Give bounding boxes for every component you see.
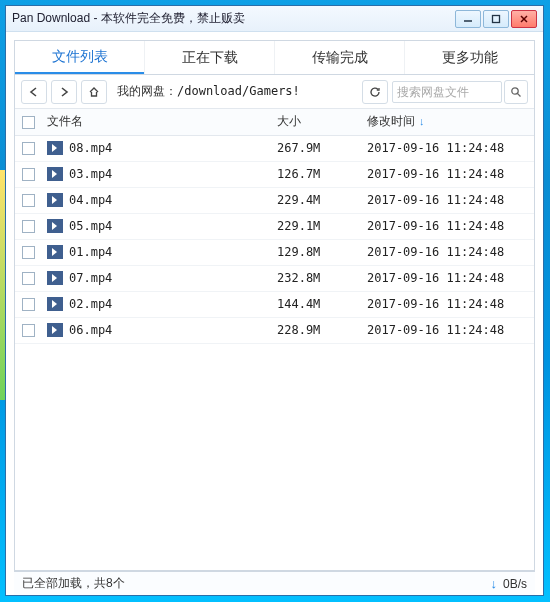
refresh-button[interactable] bbox=[362, 80, 388, 104]
row-checkbox[interactable] bbox=[22, 168, 35, 181]
file-name-cell[interactable]: 08.mp4 bbox=[41, 135, 271, 161]
header-name[interactable]: 文件名 bbox=[41, 109, 271, 135]
search-input[interactable] bbox=[392, 81, 502, 103]
row-checkbox[interactable] bbox=[22, 142, 35, 155]
tab-0[interactable]: 文件列表 bbox=[15, 41, 144, 74]
table-row[interactable]: 05.mp4229.1M2017-09-16 11:24:48 bbox=[15, 213, 534, 239]
arrow-right-icon bbox=[58, 86, 70, 98]
file-name-cell[interactable]: 04.mp4 bbox=[41, 187, 271, 213]
path-value: /download/Gamers! bbox=[177, 84, 300, 98]
file-size-cell: 129.8M bbox=[271, 239, 361, 265]
close-icon bbox=[519, 14, 529, 24]
app-window: Pan Download - 本软件完全免费，禁止贩卖 文件列表正在下载传输完成… bbox=[5, 5, 544, 596]
table-row[interactable]: 01.mp4129.8M2017-09-16 11:24:48 bbox=[15, 239, 534, 265]
header-checkbox-cell[interactable] bbox=[15, 109, 41, 135]
select-all-checkbox[interactable] bbox=[22, 116, 35, 129]
row-checkbox[interactable] bbox=[22, 220, 35, 233]
table-row[interactable]: 07.mp4232.8M2017-09-16 11:24:48 bbox=[15, 265, 534, 291]
titlebar[interactable]: Pan Download - 本软件完全免费，禁止贩卖 bbox=[6, 6, 543, 32]
home-icon bbox=[88, 86, 100, 98]
row-checkbox-cell[interactable] bbox=[15, 213, 41, 239]
video-file-icon bbox=[47, 271, 63, 285]
file-table-scroll[interactable]: 文件名 大小 修改时间↓ 08.mp4267.9M2017-09-16 11:2… bbox=[15, 109, 534, 570]
file-name-cell[interactable]: 05.mp4 bbox=[41, 213, 271, 239]
row-checkbox-cell[interactable] bbox=[15, 239, 41, 265]
tab-label: 正在下载 bbox=[182, 49, 238, 67]
video-file-icon bbox=[47, 297, 63, 311]
file-size-cell: 144.4M bbox=[271, 291, 361, 317]
nav-back-button[interactable] bbox=[21, 80, 47, 104]
row-checkbox-cell[interactable] bbox=[15, 187, 41, 213]
file-name-cell[interactable]: 03.mp4 bbox=[41, 161, 271, 187]
row-checkbox[interactable] bbox=[22, 272, 35, 285]
row-checkbox-cell[interactable] bbox=[15, 291, 41, 317]
header-time[interactable]: 修改时间↓ bbox=[361, 109, 534, 135]
file-name: 05.mp4 bbox=[69, 219, 112, 233]
speed-value: 0B/s bbox=[503, 577, 527, 591]
tab-label: 传输完成 bbox=[312, 49, 368, 67]
row-checkbox[interactable] bbox=[22, 246, 35, 259]
file-name: 01.mp4 bbox=[69, 245, 112, 259]
video-file-icon bbox=[47, 245, 63, 259]
row-checkbox-cell[interactable] bbox=[15, 265, 41, 291]
window-title: Pan Download - 本软件完全免费，禁止贩卖 bbox=[12, 10, 455, 27]
close-button[interactable] bbox=[511, 10, 537, 28]
toolbar: 我的网盘：/download/Gamers! bbox=[15, 75, 534, 109]
file-time-cell: 2017-09-16 11:24:48 bbox=[361, 213, 534, 239]
tab-strip: 文件列表正在下载传输完成更多功能 bbox=[15, 41, 534, 75]
svg-line-5 bbox=[518, 93, 521, 96]
table-row[interactable]: 06.mp4228.9M2017-09-16 11:24:48 bbox=[15, 317, 534, 343]
arrow-left-icon bbox=[28, 86, 40, 98]
video-file-icon bbox=[47, 167, 63, 181]
file-time-cell: 2017-09-16 11:24:48 bbox=[361, 187, 534, 213]
maximize-button[interactable] bbox=[483, 10, 509, 28]
refresh-icon bbox=[369, 86, 381, 98]
file-time-cell: 2017-09-16 11:24:48 bbox=[361, 317, 534, 343]
table-row[interactable]: 08.mp4267.9M2017-09-16 11:24:48 bbox=[15, 135, 534, 161]
row-checkbox[interactable] bbox=[22, 298, 35, 311]
status-bar: 已全部加载，共8个 ↓ 0B/s bbox=[14, 571, 535, 595]
row-checkbox[interactable] bbox=[22, 194, 35, 207]
row-checkbox[interactable] bbox=[22, 324, 35, 337]
table-header-row: 文件名 大小 修改时间↓ bbox=[15, 109, 534, 135]
file-time-cell: 2017-09-16 11:24:48 bbox=[361, 161, 534, 187]
tab-label: 更多功能 bbox=[442, 49, 498, 67]
table-row[interactable]: 04.mp4229.4M2017-09-16 11:24:48 bbox=[15, 187, 534, 213]
video-file-icon bbox=[47, 193, 63, 207]
nav-home-button[interactable] bbox=[81, 80, 107, 104]
row-checkbox-cell[interactable] bbox=[15, 317, 41, 343]
sort-indicator-icon: ↓ bbox=[419, 115, 425, 127]
file-name: 03.mp4 bbox=[69, 167, 112, 181]
file-size-cell: 228.9M bbox=[271, 317, 361, 343]
file-size-cell: 229.1M bbox=[271, 213, 361, 239]
video-file-icon bbox=[47, 323, 63, 337]
file-name: 06.mp4 bbox=[69, 323, 112, 337]
file-size-cell: 126.7M bbox=[271, 161, 361, 187]
file-name-cell[interactable]: 06.mp4 bbox=[41, 317, 271, 343]
file-time-cell: 2017-09-16 11:24:48 bbox=[361, 265, 534, 291]
row-checkbox-cell[interactable] bbox=[15, 135, 41, 161]
search-button[interactable] bbox=[504, 80, 528, 104]
file-name-cell[interactable]: 07.mp4 bbox=[41, 265, 271, 291]
file-size-cell: 229.4M bbox=[271, 187, 361, 213]
nav-forward-button[interactable] bbox=[51, 80, 77, 104]
minimize-icon bbox=[463, 14, 473, 24]
tab-1[interactable]: 正在下载 bbox=[144, 41, 274, 74]
path-label: 我的网盘：/download/Gamers! bbox=[117, 83, 300, 100]
tab-3[interactable]: 更多功能 bbox=[404, 41, 534, 74]
file-name-cell[interactable]: 02.mp4 bbox=[41, 291, 271, 317]
file-name-cell[interactable]: 01.mp4 bbox=[41, 239, 271, 265]
file-name: 02.mp4 bbox=[69, 297, 112, 311]
table-row[interactable]: 03.mp4126.7M2017-09-16 11:24:48 bbox=[15, 161, 534, 187]
minimize-button[interactable] bbox=[455, 10, 481, 28]
client-area: 文件列表正在下载传输完成更多功能 我的网盘：/download/Gamers! bbox=[6, 32, 543, 595]
file-time-cell: 2017-09-16 11:24:48 bbox=[361, 135, 534, 161]
file-table: 文件名 大小 修改时间↓ 08.mp4267.9M2017-09-16 11:2… bbox=[15, 109, 534, 344]
tab-label: 文件列表 bbox=[52, 48, 108, 66]
file-name: 07.mp4 bbox=[69, 271, 112, 285]
tab-2[interactable]: 传输完成 bbox=[274, 41, 404, 74]
table-row[interactable]: 02.mp4144.4M2017-09-16 11:24:48 bbox=[15, 291, 534, 317]
status-text: 已全部加载，共8个 bbox=[22, 575, 125, 592]
row-checkbox-cell[interactable] bbox=[15, 161, 41, 187]
header-size[interactable]: 大小 bbox=[271, 109, 361, 135]
